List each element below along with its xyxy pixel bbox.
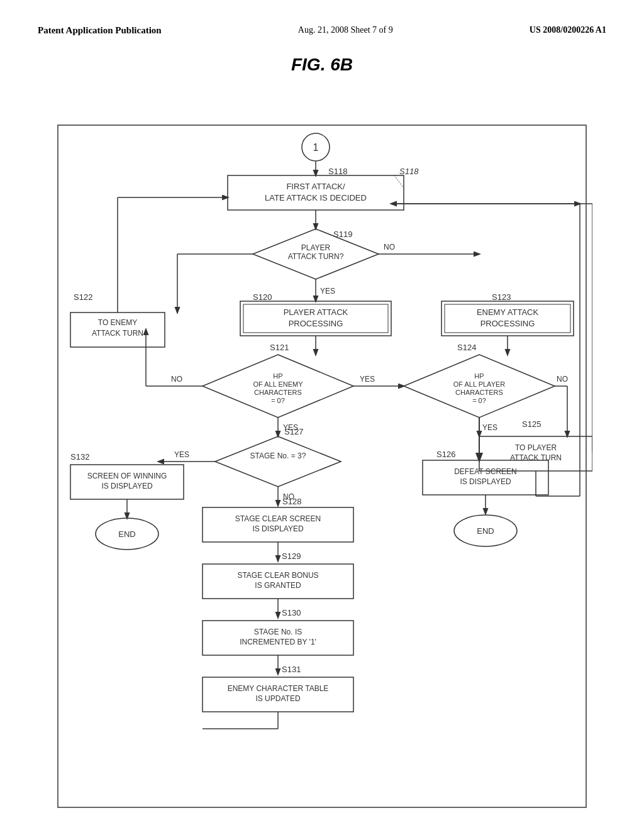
svg-marker-68: [215, 436, 341, 487]
svg-text:S118: S118: [328, 167, 347, 176]
svg-text:YES: YES: [174, 450, 189, 459]
svg-text:S125: S125: [522, 419, 541, 429]
svg-text:S131: S131: [282, 665, 301, 674]
svg-text:S127: S127: [284, 427, 303, 436]
svg-text:YES: YES: [482, 423, 497, 432]
svg-text:CHARACTERS: CHARACTERS: [455, 389, 503, 396]
svg-text:ENEMY CHARACTER TABLE: ENEMY CHARACTER TABLE: [228, 684, 329, 693]
svg-text:END: END: [118, 529, 135, 539]
svg-text:IS DISPLAYED: IS DISPLAYED: [460, 477, 511, 486]
svg-text:END: END: [477, 526, 494, 536]
diagram-area: 1 S118 FIRST ATTACK/ LATE ATTACK IS DECI…: [52, 94, 592, 819]
svg-text:S130: S130: [282, 608, 301, 617]
svg-text:S123: S123: [492, 292, 511, 302]
svg-text:PLAYER: PLAYER: [301, 243, 331, 252]
svg-text:S132: S132: [70, 452, 89, 462]
svg-text:PLAYER ATTACK: PLAYER ATTACK: [284, 307, 348, 317]
svg-text:HP: HP: [273, 372, 282, 380]
svg-text:LATE ATTACK IS DECIDED: LATE ATTACK IS DECIDED: [265, 193, 367, 202]
page: Patent Application Publication Aug. 21, …: [0, 0, 644, 830]
svg-text:TO ENEMY: TO ENEMY: [98, 318, 137, 327]
header-right: US 2008/0200226 A1: [530, 25, 606, 35]
header-left: Patent Application Publication: [38, 25, 162, 36]
svg-text:ATTACK TURN?: ATTACK TURN?: [288, 252, 344, 261]
svg-text:S126: S126: [436, 450, 455, 459]
flowchart-svg: 1 S118 FIRST ATTACK/ LATE ATTACK IS DECI…: [52, 94, 592, 817]
svg-text:HP: HP: [474, 372, 484, 380]
svg-text:CHARACTERS: CHARACTERS: [254, 389, 302, 396]
svg-text:S128: S128: [282, 497, 301, 506]
svg-text:ENEMY ATTACK: ENEMY ATTACK: [477, 307, 539, 317]
svg-text:S122: S122: [74, 292, 92, 302]
svg-text:FIRST ATTACK/: FIRST ATTACK/: [286, 182, 345, 191]
header-center: Aug. 21, 2008 Sheet 7 of 9: [298, 25, 393, 35]
svg-text:IS DISPLAYED: IS DISPLAYED: [101, 482, 152, 490]
svg-text:IS GRANTED: IS GRANTED: [255, 581, 301, 590]
svg-text:STAGE No. = 3?: STAGE No. = 3?: [250, 451, 306, 460]
svg-text:STAGE CLEAR SCREEN: STAGE CLEAR SCREEN: [235, 514, 321, 523]
svg-text:STAGE No. IS: STAGE No. IS: [254, 628, 302, 636]
header: Patent Application Publication Aug. 21, …: [38, 25, 606, 36]
svg-rect-0: [58, 125, 586, 807]
svg-text:IS UPDATED: IS UPDATED: [255, 694, 300, 703]
svg-text:ATTACK TURN: ATTACK TURN: [510, 453, 562, 462]
svg-line-115: [394, 175, 404, 188]
svg-text:1: 1: [313, 142, 319, 153]
svg-text:NO: NO: [557, 375, 568, 384]
svg-text:S124: S124: [457, 343, 476, 352]
svg-text:= 0?: = 0?: [271, 397, 285, 404]
svg-text:IS DISPLAYED: IS DISPLAYED: [252, 524, 303, 533]
svg-text:S121: S121: [270, 343, 289, 352]
svg-text:SCREEN OF WINNING: SCREEN OF WINNING: [87, 472, 167, 480]
svg-text:S118: S118: [399, 167, 419, 176]
figure-title: FIG. 6B: [38, 55, 606, 75]
svg-text:DEFEAT SCREEN: DEFEAT SCREEN: [454, 467, 517, 476]
svg-text:YES: YES: [320, 287, 335, 296]
svg-text:TO PLAYER: TO PLAYER: [515, 443, 557, 452]
svg-text:OF ALL PLAYER: OF ALL PLAYER: [453, 380, 506, 388]
svg-text:PROCESSING: PROCESSING: [480, 319, 535, 328]
svg-text:STAGE CLEAR BONUS: STAGE CLEAR BONUS: [237, 571, 318, 580]
svg-text:YES: YES: [360, 375, 375, 384]
svg-text:NO: NO: [171, 375, 182, 384]
svg-text:INCREMENTED BY '1': INCREMENTED BY '1': [240, 638, 316, 646]
svg-text:S129: S129: [282, 551, 301, 561]
svg-text:= 0?: = 0?: [472, 397, 486, 404]
svg-text:PROCESSING: PROCESSING: [289, 319, 343, 328]
svg-text:S120: S120: [253, 292, 272, 302]
svg-text:OF ALL ENEMY: OF ALL ENEMY: [253, 380, 303, 388]
svg-text:ATTACK TURN: ATTACK TURN: [92, 329, 143, 338]
svg-text:NO: NO: [384, 243, 395, 252]
